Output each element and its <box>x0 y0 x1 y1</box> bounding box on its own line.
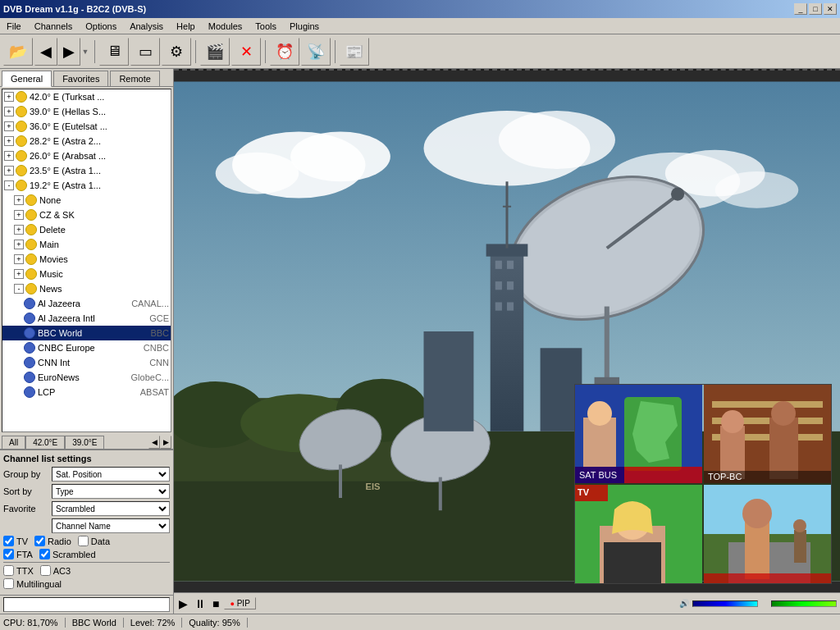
cb-ttx[interactable]: TTX <box>3 565 34 576</box>
sat-astra28[interactable]: + 28.2° E (Astra 2... <box>2 134 171 148</box>
settings-button[interactable]: ⚙ <box>162 38 191 66</box>
pip-window-1[interactable]: SAT BUS <box>575 385 702 483</box>
cb-radio[interactable]: Radio <box>34 536 71 546</box>
expand-icon[interactable]: + <box>4 107 14 116</box>
cb-fta[interactable]: FTA <box>3 549 33 559</box>
scroll-left-button[interactable]: ◀ <box>148 436 160 449</box>
channel-tree[interactable]: + 42.0° E (Turksat ... + 39.0° E (Hellas… <box>2 89 171 432</box>
menu-options[interactable]: Options <box>80 20 121 33</box>
record-button[interactable]: 🎬 <box>200 38 230 66</box>
group-delete[interactable]: + Delete <box>2 222 171 237</box>
pip-window-3[interactable]: TV <box>575 485 702 583</box>
cb-data[interactable]: Data <box>78 536 110 546</box>
menu-plugins[interactable]: Plugins <box>285 20 324 33</box>
menu-tools[interactable]: Tools <box>250 20 281 33</box>
close-button[interactable]: ✕ <box>824 3 837 15</box>
expand-icon[interactable]: + <box>4 92 14 102</box>
expand-icon[interactable]: + <box>4 166 14 176</box>
search-input[interactable] <box>3 597 170 612</box>
volume-bar[interactable] <box>692 600 758 607</box>
sat-astra192[interactable]: - 19.2° E (Astra 1... <box>2 178 171 193</box>
expand-icon[interactable]: + <box>4 151 14 161</box>
sat-eutelsat[interactable]: + 36.0° E (Eutelsat ... <box>2 119 171 134</box>
pip-button[interactable]: ● PIP <box>224 597 255 609</box>
back-button[interactable]: ◀ <box>34 38 57 66</box>
tab-general[interactable]: General <box>2 71 52 87</box>
menu-file[interactable]: File <box>2 20 26 33</box>
scroll-right-button[interactable]: ▶ <box>160 436 171 449</box>
tab-favorites[interactable]: Favorites <box>53 71 108 86</box>
tab-remote[interactable]: Remote <box>110 71 160 86</box>
sat-astra235[interactable]: + 23.5° E (Astra 1... <box>2 163 171 178</box>
play-button[interactable]: ▶ <box>177 597 189 610</box>
menu-modules[interactable]: Modules <box>203 20 248 33</box>
cb-fta-input[interactable] <box>3 549 14 559</box>
expand-icon[interactable]: - <box>4 180 14 190</box>
stop-button[interactable]: ■ <box>211 597 221 610</box>
group-by-select[interactable]: Sat. Position None Favorite <box>52 467 170 482</box>
open-button[interactable]: 📂 <box>3 38 33 66</box>
expand-icon[interactable]: + <box>14 225 24 235</box>
sat-arabsat[interactable]: + 26.0° E (Arabsat ... <box>2 148 171 163</box>
video-main[interactable]: EIS <box>174 71 840 592</box>
cb-data-input[interactable] <box>78 536 89 546</box>
tab-420e[interactable]: 42.0°E <box>25 436 65 449</box>
group-movies[interactable]: + Movies <box>2 252 171 267</box>
filter1-label: Favorite <box>3 504 48 514</box>
maximize-button[interactable]: □ <box>809 3 822 15</box>
expand-icon[interactable]: + <box>4 121 14 131</box>
cb-multilingual[interactable]: Multilingual <box>3 578 62 589</box>
cb-tv[interactable]: TV <box>3 536 28 546</box>
sat-turksat[interactable]: + 42.0° E (Turksat ... <box>2 89 171 104</box>
filter1-select[interactable]: Scrambled All None <box>52 501 170 516</box>
cb-multilingual-input[interactable] <box>3 578 14 589</box>
expand-icon[interactable]: + <box>4 136 14 146</box>
group-main[interactable]: + Main <box>2 237 171 252</box>
menu-channels[interactable]: Channels <box>30 20 77 33</box>
tab-bar: General Favorites Remote <box>0 69 173 87</box>
cb-scrambled-input[interactable] <box>39 549 50 559</box>
channel-aljazeera-intl[interactable]: Al Jazeera Intl GCE <box>2 311 171 326</box>
channel-euronews[interactable]: EuroNews GlobeC... <box>2 370 171 385</box>
tab-390e[interactable]: 39.0°E <box>65 436 104 449</box>
minimize-button[interactable]: _ <box>794 3 807 15</box>
expand-icon[interactable]: + <box>14 210 24 220</box>
channel-lcp[interactable]: LCP ABSAT <box>2 385 171 399</box>
expand-icon[interactable]: + <box>14 254 24 264</box>
epg-button[interactable]: 📰 <box>340 38 369 66</box>
group-news[interactable]: - News <box>2 281 171 296</box>
aspect-button[interactable]: ▭ <box>130 38 160 66</box>
cb-ac3-input[interactable] <box>40 565 51 576</box>
filter2-select[interactable]: Channel Name All <box>52 518 170 533</box>
pip-window-2[interactable]: TOP-BC <box>704 385 831 483</box>
group-music[interactable]: + Music <box>2 267 171 281</box>
menu-help[interactable]: Help <box>171 20 200 33</box>
channel-bbc-world[interactable]: BBC World BBC <box>2 326 171 340</box>
sort-by-select[interactable]: Type Name <box>52 484 170 499</box>
expand-icon[interactable]: + <box>14 240 24 249</box>
cb-tv-input[interactable] <box>3 536 14 546</box>
expand-icon[interactable]: + <box>14 269 24 279</box>
signal-button[interactable]: 📡 <box>301 38 331 66</box>
forward-button[interactable]: ▶ <box>57 38 80 66</box>
timer-button[interactable]: ⏰ <box>270 38 299 66</box>
sat-hellas[interactable]: + 39.0° E (Hellas S... <box>2 104 171 119</box>
group-none[interactable]: + None <box>2 193 171 208</box>
cb-ac3[interactable]: AC3 <box>40 565 71 576</box>
channel-cnbc[interactable]: CNBC Europe CNBC <box>2 340 171 355</box>
tab-all[interactable]: All <box>2 436 25 449</box>
cb-radio-input[interactable] <box>34 536 45 546</box>
pip-window-4[interactable] <box>704 485 831 583</box>
monitor-button[interactable]: 🖥 <box>99 38 129 66</box>
expand-icon[interactable]: - <box>14 284 24 294</box>
menu-analysis[interactable]: Analysis <box>125 20 168 33</box>
svg-rect-31 <box>495 302 502 310</box>
stop-button[interactable]: ✕ <box>231 38 261 66</box>
group-czsk[interactable]: + CZ & SK <box>2 208 171 222</box>
expand-icon[interactable]: + <box>14 195 24 205</box>
channel-cnn[interactable]: CNN Int CNN <box>2 355 171 370</box>
pause-button[interactable]: ⏸ <box>193 597 208 610</box>
channel-aljazeera[interactable]: Al Jazeera CANAL... <box>2 296 171 311</box>
cb-scrambled[interactable]: Scrambled <box>39 549 96 559</box>
cb-ttx-input[interactable] <box>3 565 14 576</box>
